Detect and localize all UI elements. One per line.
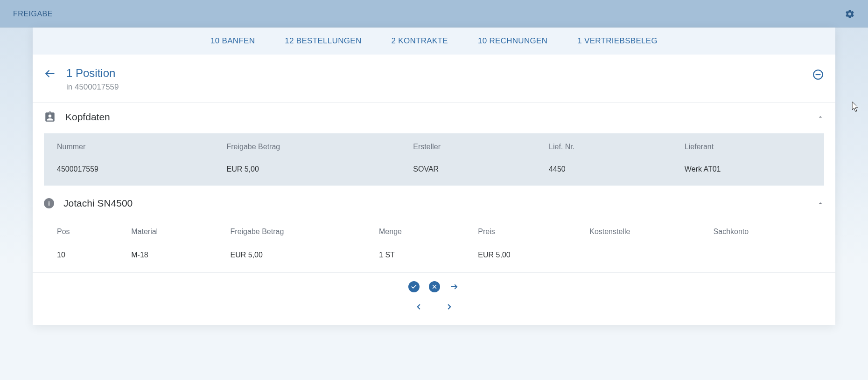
app-title: FREIGABE: [13, 10, 53, 18]
approve-button[interactable]: [408, 281, 420, 292]
val-preis: EUR 5,00: [465, 244, 576, 272]
col-lief-nr: Lief. Nr.: [536, 133, 672, 160]
val-material: M-18: [118, 244, 217, 272]
position-title: Jotachi SN4500: [63, 198, 133, 209]
page-header: 1 Position in 4500017559: [33, 55, 835, 103]
tab-vertriebsbeleg[interactable]: 1 VERTRIEBSBELEG: [577, 36, 658, 46]
col-material: Material: [118, 219, 217, 244]
tab-strip: 10 BANFEN 12 BESTELLUNGEN 2 KONTRAKTE 10…: [33, 28, 835, 55]
val-sachkonto: [700, 244, 824, 272]
col-menge: Menge: [366, 219, 465, 244]
page-title-group: 1 Position in 4500017559: [66, 67, 119, 92]
forward-button[interactable]: [449, 281, 460, 292]
page-title: 1 Position: [66, 67, 119, 80]
col-freigabe-betrag: Freigabe Betrag: [217, 219, 366, 244]
col-pos: Pos: [44, 219, 118, 244]
action-row: [33, 272, 835, 296]
col-lieferant: Lieferant: [672, 133, 824, 160]
main-card: 10 BANFEN 12 BESTELLUNGEN 2 KONTRAKTE 10…: [33, 28, 835, 325]
position-section-header: i Jotachi SN4500: [33, 186, 835, 215]
info-icon: i: [44, 198, 54, 208]
position-table: Pos Material Freigabe Betrag Menge Preis…: [44, 219, 824, 272]
col-kostenstelle: Kostenstelle: [576, 219, 700, 244]
chevron-up-icon[interactable]: [817, 200, 824, 207]
val-lief-nr: 4450: [536, 160, 672, 186]
col-ersteller: Ersteller: [400, 133, 536, 160]
col-nummer: Nummer: [44, 133, 213, 160]
col-sachkonto: Sachkonto: [700, 219, 824, 244]
kopfdaten-title: Kopfdaten: [65, 111, 110, 123]
val-freigabe-betrag: EUR 5,00: [217, 244, 366, 272]
cursor-icon: [852, 102, 861, 113]
val-kostenstelle: [576, 244, 700, 272]
prev-button[interactable]: [414, 303, 423, 311]
val-ersteller: SOVAR: [400, 160, 536, 186]
tab-banfen[interactable]: 10 BANFEN: [210, 36, 255, 46]
next-button[interactable]: [445, 303, 454, 311]
col-freigabe-betrag: Freigabe Betrag: [213, 133, 400, 160]
app-bar: FREIGABE: [0, 0, 868, 28]
tab-bestellungen[interactable]: 12 BESTELLUNGEN: [285, 36, 361, 46]
val-lieferant: Werk AT01: [672, 160, 824, 186]
pager: [33, 296, 835, 325]
tab-rechnungen[interactable]: 10 RECHNUNGEN: [478, 36, 547, 46]
back-arrow-icon[interactable]: [44, 68, 56, 80]
chevron-up-icon[interactable]: [817, 113, 824, 121]
val-menge: 1 ST: [366, 244, 465, 272]
collapse-all-icon[interactable]: [812, 69, 824, 81]
kopfdaten-table: Nummer Freigabe Betrag Ersteller Lief. N…: [44, 133, 824, 186]
reject-button[interactable]: [429, 281, 440, 292]
val-freigabe-betrag: EUR 5,00: [213, 160, 400, 186]
assignment-icon: [44, 111, 56, 123]
val-nummer: 4500017559: [44, 160, 213, 186]
col-preis: Preis: [465, 219, 576, 244]
val-pos: 10: [44, 244, 118, 272]
tab-kontrakte[interactable]: 2 KONTRAKTE: [391, 36, 448, 46]
kopfdaten-section-header: Kopfdaten: [33, 103, 835, 130]
gear-icon[interactable]: [845, 9, 855, 19]
page-subtitle: in 4500017559: [66, 83, 119, 92]
